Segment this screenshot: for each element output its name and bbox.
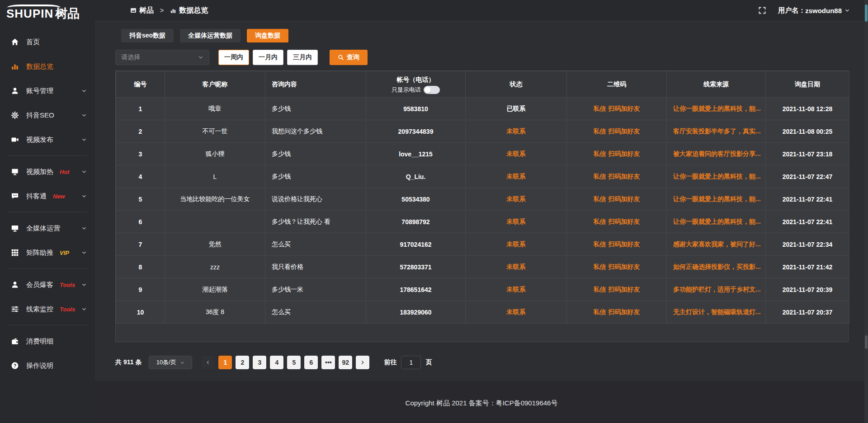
- next-page-button[interactable]: [356, 356, 369, 369]
- qr-link[interactable]: 扫码加好友: [609, 218, 640, 225]
- page-button-4[interactable]: 4: [270, 356, 283, 369]
- qr-link[interactable]: 私信: [594, 286, 606, 293]
- qr-link[interactable]: 私信: [594, 173, 606, 180]
- chevron-left-icon: [205, 360, 211, 365]
- sidebar-item-label: 视频加热: [26, 168, 53, 176]
- cell-date: 2021-11-08 12:28: [766, 98, 849, 120]
- goto-page-input[interactable]: [401, 356, 421, 369]
- sidebar-item-home[interactable]: 首页: [0, 30, 95, 54]
- inquiry-table-container: 编号 客户昵称 咨询内容 帐号（电话） 只显示电话 状态: [115, 70, 849, 342]
- sidebar-item-video-publish[interactable]: 视频发布: [0, 127, 95, 152]
- cell-qrcode: 私信扫码加好友: [567, 278, 667, 301]
- source-link[interactable]: 感谢大家喜欢我家，被问了好...: [673, 240, 761, 248]
- sidebar-item-consumption-detail[interactable]: 消费明细: [0, 329, 95, 353]
- cell-status: 未联系: [466, 301, 567, 324]
- cell-nickname: 狐小狸: [165, 143, 265, 165]
- qr-link[interactable]: 私信: [594, 218, 606, 225]
- sliders-icon: [11, 305, 19, 313]
- page-button-1[interactable]: 1: [218, 356, 232, 369]
- qr-link[interactable]: 扫码加好友: [609, 173, 640, 180]
- source-link[interactable]: 客厅安装投影半年多了，真实...: [673, 127, 761, 135]
- source-link[interactable]: 让你一眼就爱上的黑科技，能...: [673, 218, 761, 225]
- cell-nickname: 当地比较能吃的一位美女: [165, 188, 265, 211]
- period-button-one-week[interactable]: 一周内: [218, 50, 249, 65]
- source-link[interactable]: 被大家追着问的客厅投影分享...: [673, 150, 761, 157]
- status-badge: 未联系: [507, 263, 526, 270]
- scrollbar-thumb[interactable]: [865, 5, 868, 22]
- tab-douyin-seo-data[interactable]: 抖音seo数据: [121, 29, 174, 42]
- qr-link[interactable]: 扫码加好友: [609, 127, 640, 135]
- topbar: 树品 > 数据总览 用户名：zswodun88: [95, 0, 868, 21]
- qr-link[interactable]: 私信: [594, 240, 606, 248]
- table-row: 3狐小狸多少钱love__1215未联系私信扫码加好友被大家追着问的客厅投影分享…: [116, 143, 849, 165]
- sidebar-item-data-overview[interactable]: 数据总览: [0, 54, 95, 79]
- tab-omni-media-data[interactable]: 全媒体运营数据: [180, 29, 241, 42]
- scrollbar-thumb[interactable]: [865, 335, 868, 349]
- user-menu[interactable]: 用户名：zswodun88: [778, 6, 850, 15]
- sidebar-item-matrix-boost[interactable]: 矩阵助推VIP: [0, 240, 95, 265]
- sidebar-item-video-heating[interactable]: 视频加热Hot: [0, 160, 95, 184]
- status-badge: 未联系: [507, 218, 526, 225]
- source-link[interactable]: 让你一眼就爱上的黑科技，能...: [673, 195, 761, 202]
- sidebar-divider: [7, 155, 88, 156]
- sidebar-item-label: 线索监控: [26, 305, 53, 314]
- cell-source: 客厅安装投影半年多了，真实...: [667, 120, 766, 143]
- sidebar-item-operation-guide[interactable]: ? 操作说明: [0, 353, 95, 378]
- cell-qrcode: 私信扫码加好友: [567, 98, 667, 120]
- qr-link[interactable]: 私信: [594, 127, 606, 135]
- chevron-down-icon: [81, 193, 87, 199]
- qr-link[interactable]: 私信: [594, 308, 606, 315]
- qr-link[interactable]: 私信: [594, 150, 606, 157]
- screen-icon: [11, 168, 19, 176]
- qr-link[interactable]: 扫码加好友: [609, 286, 640, 293]
- source-link[interactable]: 让你一眼就爱上的黑科技，能...: [673, 173, 761, 180]
- table-header: 编号 客户昵称 咨询内容 帐号（电话） 只显示电话 状态: [116, 71, 849, 98]
- source-link[interactable]: 无主灯设计，智能磁吸轨道灯...: [673, 308, 761, 315]
- page-ellipsis-button[interactable]: •••: [321, 356, 335, 369]
- fullscreen-icon[interactable]: [758, 6, 766, 14]
- breadcrumb-item-root[interactable]: 树品: [139, 6, 154, 15]
- qr-link[interactable]: 扫码加好友: [609, 240, 640, 248]
- period-button-one-month[interactable]: 一月内: [253, 50, 283, 65]
- page-button-6[interactable]: 6: [304, 356, 318, 369]
- sidebar-item-omni-media-operation[interactable]: 全媒体运营: [0, 216, 95, 240]
- sidebar-divider: [7, 212, 88, 212]
- page-button-92[interactable]: 92: [339, 356, 352, 369]
- page-button-3[interactable]: 3: [253, 356, 266, 369]
- cell-content: 我想问这个多少钱: [265, 120, 366, 143]
- chart-icon: [170, 7, 176, 14]
- cell-content: 多少钱: [265, 165, 366, 188]
- filter-select[interactable]: 请选择: [115, 50, 209, 65]
- sidebar-item-clue-monitor[interactable]: 线索监控Tools: [0, 297, 95, 321]
- sidebar-item-member-baoke[interactable]: 会员爆客Tools: [0, 273, 95, 297]
- period-button-three-months[interactable]: 三月内: [287, 50, 318, 65]
- qr-link[interactable]: 私信: [594, 105, 606, 112]
- qr-link[interactable]: 扫码加好友: [609, 105, 640, 112]
- sidebar-item-douketong[interactable]: 抖客通New: [0, 184, 95, 208]
- qr-link[interactable]: 扫码加好友: [609, 150, 640, 157]
- cell-source: 多功能护栏灯，适用于乡村文...: [667, 278, 766, 301]
- source-link[interactable]: 让你一眼就爱上的黑科技，能...: [673, 105, 761, 112]
- source-link[interactable]: 如何正确选择投影仪，买投影...: [673, 263, 761, 270]
- page-button-2[interactable]: 2: [236, 356, 249, 369]
- page-size-select[interactable]: 10条/页: [149, 356, 192, 369]
- goto-suffix: 页: [425, 358, 432, 367]
- sidebar-item-label: 数据总览: [26, 62, 53, 71]
- phone-only-toggle[interactable]: [424, 86, 440, 94]
- qr-link[interactable]: 私信: [594, 263, 606, 270]
- sidebar-item-douyin-seo[interactable]: 抖音SEO: [0, 103, 95, 127]
- scrollbar[interactable]: [864, 0, 868, 423]
- qr-link[interactable]: 扫码加好友: [609, 263, 640, 270]
- qr-link[interactable]: 扫码加好友: [609, 308, 640, 315]
- search-button[interactable]: 查询: [330, 50, 368, 65]
- cell-id: 4: [116, 165, 165, 188]
- tab-inquiry-data[interactable]: 询盘数据: [247, 29, 288, 42]
- qr-link[interactable]: 私信: [594, 195, 606, 202]
- page-button-5[interactable]: 5: [287, 356, 301, 369]
- source-link[interactable]: 多功能护栏灯，适用于乡村文...: [673, 286, 761, 293]
- column-header-qrcode: 二维码: [567, 71, 667, 98]
- prev-page-button[interactable]: [201, 356, 215, 369]
- qr-link[interactable]: 扫码加好友: [609, 195, 640, 202]
- sidebar-item-account-management[interactable]: 账号管理: [0, 79, 95, 103]
- breadcrumb-item-current[interactable]: 数据总览: [179, 6, 208, 15]
